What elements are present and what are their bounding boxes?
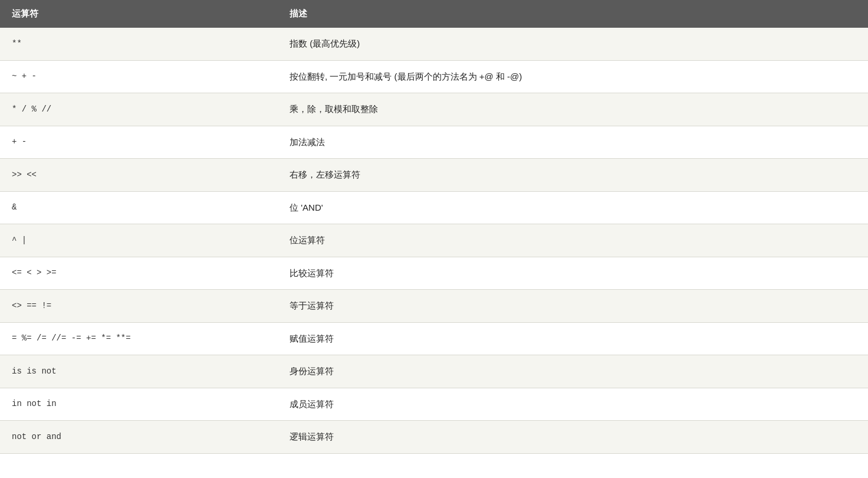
description-cell: 位运算符 xyxy=(278,224,868,257)
description-cell: 加法减法 xyxy=(278,126,868,159)
operator-cell: ** xyxy=(0,28,278,60)
table-header-row: 运算符 描述 xyxy=(0,0,868,28)
table-row: ^ |位运算符 xyxy=(0,224,868,257)
description-cell: 指数 (最高优先级) xyxy=(278,28,868,60)
table-row: >> <<右移，左移运算符 xyxy=(0,159,868,192)
description-cell: 比较运算符 xyxy=(278,257,868,290)
main-container: 运算符 描述 **指数 (最高优先级)~ + -按位翻转, 一元加号和减号 (最… xyxy=(0,0,868,478)
operator-cell: & xyxy=(0,191,278,224)
table-row: <= < > >=比较运算符 xyxy=(0,257,868,290)
table-row: + -加法减法 xyxy=(0,126,868,159)
description-cell: 右移，左移运算符 xyxy=(278,159,868,192)
description-cell: 赋值运算符 xyxy=(278,322,868,355)
operator-cell: ^ | xyxy=(0,224,278,257)
table-row: <> == !=等于运算符 xyxy=(0,290,868,323)
description-cell: 成员运算符 xyxy=(278,388,868,421)
operator-cell: = %= /= //= -= += *= **= xyxy=(0,322,278,355)
operator-cell: <= < > >= xyxy=(0,257,278,290)
col-header-description: 描述 xyxy=(278,0,868,28)
operator-cell: not or and xyxy=(0,421,278,454)
table-row: &位 'AND' xyxy=(0,191,868,224)
description-cell: 按位翻转, 一元加号和减号 (最后两个的方法名为 +@ 和 -@) xyxy=(278,60,868,93)
operator-cell: * / % // xyxy=(0,93,278,126)
operator-cell: ~ + - xyxy=(0,60,278,93)
operator-cell: in not in xyxy=(0,388,278,421)
description-cell: 位 'AND' xyxy=(278,191,868,224)
table-row: **指数 (最高优先级) xyxy=(0,28,868,60)
table-row: = %= /= //= -= += *= **=赋值运算符 xyxy=(0,322,868,355)
operator-cell: is is not xyxy=(0,355,278,388)
operator-cell: >> << xyxy=(0,159,278,192)
operator-cell: + - xyxy=(0,126,278,159)
description-cell: 逻辑运算符 xyxy=(278,421,868,454)
table-row: is is not身份运算符 xyxy=(0,355,868,388)
table-row: not or and逻辑运算符 xyxy=(0,421,868,454)
description-cell: 乘，除，取模和取整除 xyxy=(278,93,868,126)
table-row: in not in成员运算符 xyxy=(0,388,868,421)
operator-cell: <> == != xyxy=(0,290,278,323)
col-header-operator: 运算符 xyxy=(0,0,278,28)
operators-table: 运算符 描述 **指数 (最高优先级)~ + -按位翻转, 一元加号和减号 (最… xyxy=(0,0,868,454)
description-cell: 身份运算符 xyxy=(278,355,868,388)
description-cell: 等于运算符 xyxy=(278,290,868,323)
table-row: * / % //乘，除，取模和取整除 xyxy=(0,93,868,126)
table-row: ~ + -按位翻转, 一元加号和减号 (最后两个的方法名为 +@ 和 -@) xyxy=(0,60,868,93)
